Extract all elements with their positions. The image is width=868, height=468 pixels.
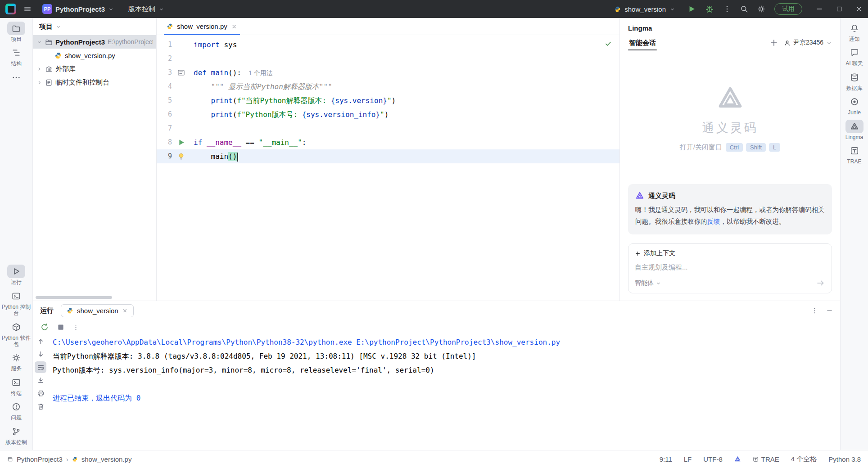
close-icon[interactable] bbox=[855, 5, 863, 13]
tool-button-services[interactable]: 服务 bbox=[0, 351, 32, 372]
chevron-right-icon[interactable] bbox=[36, 80, 42, 86]
lingma-chat-input[interactable]: 添加上下文 自主规划及编程... 智能体 bbox=[628, 243, 832, 293]
package-icon bbox=[12, 323, 21, 332]
breadcrumb-project[interactable]: PythonProject3 bbox=[17, 455, 63, 463]
send-icon[interactable] bbox=[816, 279, 825, 288]
close-tab-icon[interactable] bbox=[231, 23, 237, 30]
chevron-down-icon[interactable] bbox=[36, 39, 42, 45]
usage-icon[interactable] bbox=[177, 68, 185, 77]
tool-label: TRAE bbox=[847, 158, 861, 165]
tool-label: 终端 bbox=[11, 390, 22, 396]
code-line[interactable]: 3def main():1 个用法 bbox=[157, 66, 619, 80]
up-icon bbox=[37, 338, 45, 345]
gear-icon[interactable] bbox=[757, 5, 765, 13]
minimize-icon[interactable] bbox=[816, 5, 823, 13]
maximize-icon[interactable] bbox=[836, 5, 843, 13]
code-line[interactable]: 7 bbox=[157, 122, 619, 135]
vcs-widget[interactable]: 版本控制 bbox=[125, 3, 168, 15]
tree-row-external-libraries[interactable]: 外部库 bbox=[33, 62, 156, 76]
chevron-down-icon bbox=[826, 40, 832, 46]
horizontal-scrollbar[interactable] bbox=[36, 296, 112, 299]
run-config-selector[interactable]: show_version bbox=[611, 4, 678, 15]
line-number: 4 bbox=[157, 80, 172, 94]
run-button[interactable] bbox=[687, 4, 696, 14]
line-separator[interactable]: LF bbox=[684, 455, 692, 463]
pycharm-app-icon bbox=[5, 4, 16, 14]
debug-button[interactable] bbox=[705, 4, 714, 14]
card-title: 通义灵码 bbox=[648, 192, 675, 200]
tool-button-vcs[interactable]: 版本控制 bbox=[0, 425, 32, 446]
inspection-ok-icon[interactable] bbox=[604, 40, 612, 48]
trae-icon bbox=[850, 146, 859, 155]
tool-button-terminal[interactable]: 终端 bbox=[0, 376, 32, 396]
chevron-right-icon[interactable] bbox=[36, 66, 42, 72]
tool-button-junie[interactable]: Junie bbox=[841, 95, 868, 116]
scrollend-button[interactable] bbox=[35, 374, 46, 386]
run-icon[interactable] bbox=[177, 138, 185, 147]
hide-panel-icon[interactable] bbox=[826, 307, 833, 314]
tool-button-play[interactable]: 运行 bbox=[0, 265, 32, 285]
tool-button-structure[interactable]: 结构 bbox=[0, 46, 32, 67]
python-file-icon bbox=[167, 23, 173, 30]
run-tab[interactable]: show_version bbox=[61, 304, 134, 317]
tool-button-bell[interactable]: 通知 bbox=[841, 22, 868, 42]
lingma-icon bbox=[850, 122, 859, 131]
caret-position[interactable]: 9:11 bbox=[660, 455, 672, 463]
agent-mode-selector[interactable]: 智能体 bbox=[635, 279, 661, 287]
trash-button[interactable] bbox=[35, 400, 46, 412]
editor-tab[interactable]: show_version.py bbox=[161, 18, 243, 35]
tool-button-folder[interactable]: 项目 bbox=[0, 22, 32, 42]
new-chat-icon[interactable] bbox=[769, 38, 778, 47]
close-tab-icon[interactable] bbox=[122, 308, 128, 314]
down-button[interactable] bbox=[35, 348, 46, 360]
tool-button-chat[interactable]: AI 聊天 bbox=[841, 46, 868, 67]
main-menu-icon[interactable] bbox=[23, 5, 32, 13]
chat-input-placeholder[interactable]: 自主规划及编程... bbox=[635, 263, 825, 272]
code-line[interactable]: 1import sys bbox=[157, 38, 619, 52]
tree-row-file[interactable]: show_version.py bbox=[33, 49, 156, 62]
more-options-icon[interactable] bbox=[72, 324, 79, 331]
chevron-down-icon[interactable] bbox=[55, 24, 61, 30]
stop-icon[interactable] bbox=[56, 323, 65, 332]
bell-icon bbox=[850, 24, 859, 33]
code-line[interactable]: 9 main() bbox=[157, 149, 619, 163]
tool-button-package[interactable]: Python 软件包 bbox=[0, 320, 32, 348]
python-interpreter[interactable]: Python 3.8 bbox=[828, 455, 861, 463]
line-number: 8 bbox=[157, 135, 172, 149]
line-number: 7 bbox=[157, 122, 172, 135]
tool-button-pyconsole[interactable]: Python 控制台 bbox=[0, 289, 32, 317]
rerun-icon[interactable] bbox=[40, 323, 49, 332]
feedback-link[interactable]: 反馈 bbox=[707, 218, 720, 225]
console-output[interactable]: C:\Users\geohero\AppData\Local\Programs\… bbox=[48, 334, 840, 450]
lingma-status-icon[interactable] bbox=[734, 456, 741, 463]
up-button[interactable] bbox=[35, 335, 46, 347]
tree-row-scratches[interactable]: 临时文件和控制台 bbox=[33, 76, 156, 89]
breadcrumb-file[interactable]: show_version.py bbox=[81, 455, 132, 463]
tool-button-lingma[interactable]: Lingma bbox=[841, 120, 868, 140]
softwrap-button[interactable] bbox=[35, 361, 46, 373]
bulb-icon[interactable] bbox=[177, 152, 185, 161]
tool-button-trae[interactable]: TRAE bbox=[841, 144, 868, 165]
tool-button-problems[interactable]: 问题 bbox=[0, 400, 32, 421]
project-widget[interactable]: PP PythonProject3 bbox=[39, 2, 118, 16]
print-button[interactable] bbox=[35, 387, 46, 399]
user-account-selector[interactable]: 尹京23456 bbox=[784, 39, 832, 47]
search-icon[interactable] bbox=[740, 5, 748, 13]
tool-button-db[interactable]: 数据库 bbox=[841, 71, 868, 91]
indent-setting[interactable]: 4 个空格 bbox=[791, 455, 817, 464]
tool-button-more[interactable] bbox=[0, 71, 32, 84]
trial-button[interactable]: 试用 bbox=[774, 3, 802, 15]
code-line[interactable]: 2 bbox=[157, 52, 619, 66]
code-line[interactable]: 5 print(f"当前Python解释器版本: {sys.version}") bbox=[157, 94, 619, 108]
more-actions-icon[interactable] bbox=[723, 5, 731, 13]
code-editor[interactable]: 1import sys23def main():1 个用法4 """ 显示当前P… bbox=[157, 35, 619, 301]
code-line[interactable]: 6 print(f"Python版本号: {sys.version_info}"… bbox=[157, 108, 619, 122]
file-encoding[interactable]: UTF-8 bbox=[703, 455, 723, 463]
tab-smart-chat[interactable]: 智能会话 bbox=[628, 35, 657, 51]
trae-status-widget[interactable]: TRAE bbox=[753, 455, 779, 463]
more-options-icon[interactable] bbox=[811, 307, 818, 314]
code-line[interactable]: 4 """ 显示当前Python解释器版本""" bbox=[157, 80, 619, 94]
add-context-button[interactable]: 添加上下文 bbox=[635, 249, 825, 257]
tree-row-project-root[interactable]: PythonProject3 E:\pythonProject\P bbox=[33, 35, 156, 49]
code-line[interactable]: 8if __name__ == "__main__": bbox=[157, 135, 619, 149]
